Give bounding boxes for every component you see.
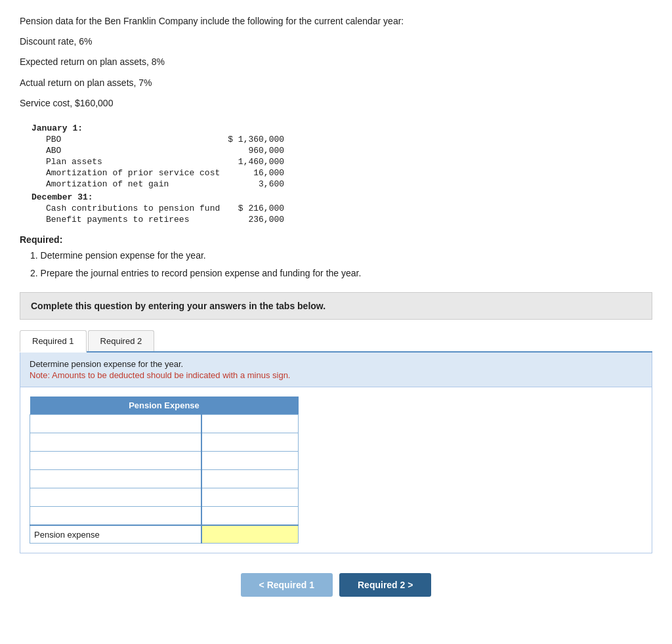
jan-row-3-label: Amortization of prior service cost [26, 167, 224, 179]
intro-line1: Pension data for the Ben Franklin Compan… [20, 13, 652, 30]
required-item-0: 1. Determine pension expense for the yea… [30, 247, 652, 264]
table-row [30, 415, 299, 433]
row4-amount-input[interactable] [206, 490, 294, 505]
dec-row-0-amount: $ 216,000 [224, 203, 287, 214]
dec-header: December 31: [26, 190, 287, 203]
row3-amount-input[interactable] [206, 471, 294, 486]
row3-label-input[interactable] [34, 471, 197, 486]
total-amount-input[interactable] [206, 527, 294, 542]
required-list: 1. Determine pension expense for the yea… [30, 247, 652, 282]
intro-line2: Discount rate, 6% [20, 33, 652, 50]
row5-label-cell [30, 507, 201, 525]
jan-row-4-amount: 3,600 [224, 179, 287, 190]
jan-row-1-label: ABO [26, 145, 224, 156]
dec-row-0-label: Cash contributions to pension fund [26, 203, 224, 214]
row4-label-cell [30, 488, 201, 507]
tab1-content: Determine pension expense for the year. … [20, 353, 652, 553]
row1-label-input[interactable] [34, 435, 197, 450]
row5-amount-cell [201, 507, 299, 525]
pension-table: Pension Expense [30, 397, 299, 544]
total-label: Pension expense [34, 530, 100, 540]
next-button[interactable]: Required 2 > [339, 573, 431, 597]
table-row [30, 488, 299, 507]
table-row [30, 507, 299, 525]
row0-label-input[interactable] [34, 416, 197, 431]
dec-row-1-amount: 236,000 [224, 214, 287, 225]
jan-row-0-label: PBO [26, 134, 224, 145]
table-row [30, 433, 299, 452]
prev-button[interactable]: < Required 1 [241, 573, 333, 597]
total-row: Pension expense [30, 525, 299, 544]
row0-amount-cell [201, 415, 299, 433]
dec-row-1-label: Benefit payments to retirees [26, 214, 224, 225]
required-section: Required: 1. Determine pension expense f… [20, 234, 652, 282]
bottom-nav: < Required 1 Required 2 > [20, 567, 652, 603]
row4-amount-cell [201, 488, 299, 507]
required-item-1: 2. Prepare the journal entries to record… [30, 265, 652, 282]
tab1-instruction-text: Determine pension expense for the year. [30, 359, 642, 369]
row2-label-cell [30, 452, 201, 470]
total-label-cell: Pension expense [30, 525, 201, 544]
jan-header: January 1: [26, 121, 287, 134]
row1-amount-input[interactable] [206, 435, 294, 450]
jan-row-3-amount: 16,000 [224, 167, 287, 179]
tab1-note: Note: Amounts to be deducted should be i… [30, 370, 642, 380]
jan-row-2-label: Plan assets [26, 156, 224, 167]
instruction-box: Complete this question by entering your … [20, 292, 652, 320]
intro-section: Pension data for the Ben Franklin Compan… [20, 13, 652, 112]
row1-amount-cell [201, 433, 299, 452]
instruction-text: Complete this question by entering your … [31, 301, 326, 311]
jan-row-4-label: Amortization of net gain [26, 179, 224, 190]
row0-label-cell [30, 415, 201, 433]
row5-amount-input[interactable] [206, 508, 294, 523]
intro-line5: Service cost, $160,000 [20, 95, 652, 112]
row2-amount-cell [201, 452, 299, 470]
row2-amount-input[interactable] [206, 453, 294, 468]
row1-label-cell [30, 433, 201, 452]
table-row [30, 470, 299, 488]
jan-row-2-amount: 1,460,000 [224, 156, 287, 167]
data-table: January 1: PBO $ 1,360,000 ABO 960,000 P… [26, 121, 287, 225]
tabs-container: Required 1 Required 2 Determine pension … [20, 330, 652, 553]
tab-required1[interactable]: Required 1 [20, 330, 87, 353]
row3-label-cell [30, 470, 201, 488]
required-title: Required: [20, 234, 652, 245]
intro-line4: Actual return on plan assets, 7% [20, 75, 652, 91]
tab-bar: Required 1 Required 2 [20, 330, 652, 353]
row0-amount-input[interactable] [206, 416, 294, 431]
table-row [30, 452, 299, 470]
pension-table-header: Pension Expense [30, 397, 299, 415]
total-amount-cell [201, 525, 299, 544]
intro-line3: Expected return on plan assets, 8% [20, 54, 652, 70]
row5-label-input[interactable] [34, 508, 197, 523]
jan-row-0-amount: $ 1,360,000 [224, 134, 287, 145]
row4-label-input[interactable] [34, 490, 197, 505]
row3-amount-cell [201, 470, 299, 488]
row2-label-input[interactable] [34, 453, 197, 468]
tab-required2[interactable]: Required 2 [88, 330, 155, 351]
pension-table-wrapper: Pension Expense [20, 387, 652, 553]
jan-row-1-amount: 960,000 [224, 145, 287, 156]
tab1-instruction: Determine pension expense for the year. … [20, 353, 652, 387]
